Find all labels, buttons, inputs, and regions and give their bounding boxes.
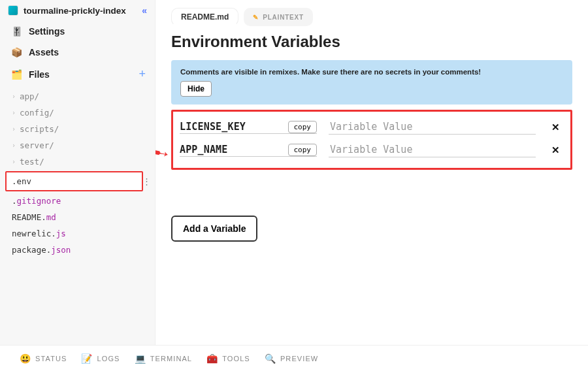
tree-file[interactable]: .gitignore <box>3 193 155 209</box>
env-var-name[interactable]: APP_NAME <box>180 144 227 155</box>
add-variable-button[interactable]: Add a Variable <box>171 216 257 242</box>
bottom-terminal[interactable]: 💻TERMINAL <box>135 353 193 364</box>
chevron-right-icon: › <box>12 125 16 133</box>
env-var-value-input[interactable] <box>329 120 536 135</box>
project-title[interactable]: tourmaline-prickly-index <box>24 6 137 16</box>
info-banner: Comments are visible in remixes. Make su… <box>171 60 572 105</box>
sidebar-section-files[interactable]: 🗂️ Files + <box>0 63 155 86</box>
tree-dir[interactable]: ›server/ <box>3 137 155 153</box>
env-var-row: LICENSE_KEY copy ✕ <box>177 116 566 138</box>
bottom-tools[interactable]: 🧰TOOLS <box>206 353 250 364</box>
editor-tabs: README.md ✎PLAINTEXT <box>171 8 572 26</box>
delete-var-icon[interactable]: ✕ <box>547 121 564 133</box>
env-vars-highlight: LICENSE_KEY copy ✕ APP_NAME copy ✕ <box>171 110 572 170</box>
tab-readme[interactable]: README.md <box>171 8 238 26</box>
tree-file[interactable]: package.json <box>3 242 155 258</box>
chevron-right-icon: › <box>12 142 16 149</box>
assets-icon: 📦 <box>10 46 22 58</box>
copy-button[interactable]: copy <box>288 121 318 133</box>
tree-file-env-highlighted[interactable]: .env ⋮ <box>5 171 143 191</box>
tools-icon: 🧰 <box>206 353 218 364</box>
preview-icon: 🔍 <box>265 353 276 364</box>
hide-button[interactable]: Hide <box>180 81 212 97</box>
sidebar: tourmaline-prickly-index « 🎚️ Settings 📦… <box>0 0 155 345</box>
project-logo-icon <box>8 5 18 16</box>
bottom-preview[interactable]: 🔍PREVIEW <box>265 353 319 364</box>
terminal-icon: 💻 <box>135 353 146 364</box>
tree-file[interactable]: README.md <box>3 209 155 225</box>
page-title: Environment Variables <box>171 33 572 51</box>
logs-icon: 📝 <box>81 353 93 364</box>
tree-dir[interactable]: ›test/ <box>3 153 155 170</box>
tree-dir[interactable]: ›app/ <box>3 88 155 105</box>
bottom-status[interactable]: 😃STATUS <box>20 353 67 364</box>
settings-icon: 🎚️ <box>10 25 22 37</box>
env-var-row: APP_NAME copy ✕ <box>177 138 566 161</box>
sidebar-section-label: Assets <box>29 47 59 57</box>
tab-plaintext[interactable]: ✎PLAINTEXT <box>244 8 313 26</box>
collapse-sidebar-icon[interactable]: « <box>142 5 147 16</box>
sidebar-section-settings[interactable]: 🎚️ Settings <box>0 21 155 42</box>
delete-var-icon[interactable]: ✕ <box>547 144 564 156</box>
pencil-icon: ✎ <box>253 14 259 21</box>
sidebar-section-label: Files <box>29 69 50 80</box>
sidebar-section-assets[interactable]: 📦 Assets <box>0 42 155 63</box>
tree-file[interactable]: newrelic.js <box>3 225 155 242</box>
main-content: README.md ✎PLAINTEXT Environment Variabl… <box>155 0 588 345</box>
bottom-bar: 😃STATUS 📝LOGS 💻TERMINAL 🧰TOOLS 🔍PREVIEW <box>0 345 588 371</box>
files-icon: 🗂️ <box>10 69 22 80</box>
file-tree: ›app/ ›config/ ›scripts/ ›server/ ›test/… <box>0 86 155 258</box>
sidebar-section-label: Settings <box>29 26 65 37</box>
bottom-logs[interactable]: 📝LOGS <box>81 353 120 364</box>
annotation-arrow-icon: ➸ <box>155 141 171 163</box>
chevron-right-icon: › <box>12 158 16 165</box>
add-file-icon[interactable]: + <box>139 67 146 81</box>
chevron-right-icon: › <box>12 109 16 116</box>
tree-dir[interactable]: ›scripts/ <box>3 121 155 137</box>
copy-button[interactable]: copy <box>288 144 318 156</box>
chevron-right-icon: › <box>12 93 16 100</box>
tree-dir[interactable]: ›config/ <box>3 105 155 121</box>
env-var-name[interactable]: LICENSE_KEY <box>180 121 246 133</box>
sidebar-header: tourmaline-prickly-index « <box>0 5 155 21</box>
status-icon: 😃 <box>20 353 31 364</box>
file-menu-icon[interactable]: ⋮ <box>142 176 151 186</box>
env-var-value-input[interactable] <box>329 142 536 157</box>
info-text: Comments are visible in remixes. Make su… <box>180 68 563 76</box>
